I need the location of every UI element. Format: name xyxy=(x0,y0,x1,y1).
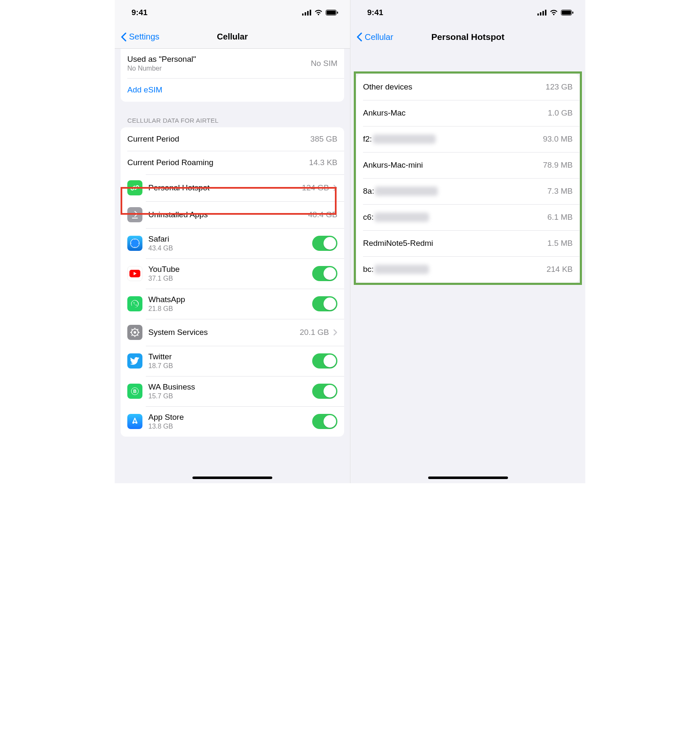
app-row-safari[interactable]: Safari43.4 GB xyxy=(121,228,344,258)
device-name: bc: xyxy=(363,265,547,274)
toggle-app-store[interactable] xyxy=(312,414,337,429)
toggle-wa-business[interactable] xyxy=(312,384,337,399)
device-usage: 214 KB xyxy=(547,265,573,274)
svg-rect-5 xyxy=(326,11,336,15)
sim-row[interactable]: Used as "Personal" No Number No SIM xyxy=(121,49,344,78)
app-row-wa-business[interactable]: B WA Business15.7 GB xyxy=(121,376,344,406)
phone-cellular-settings: 9:41 Settings Cellular xyxy=(115,0,350,483)
current-period-roaming-value: 14.3 KB xyxy=(309,158,337,167)
battery-icon xyxy=(561,10,574,16)
status-indicators xyxy=(302,10,338,16)
hotspot-device-row: f2:93.0 MB xyxy=(356,126,579,152)
svg-rect-28 xyxy=(542,11,544,16)
redacted-text xyxy=(374,265,429,274)
svg-point-7 xyxy=(131,187,134,190)
signal-icon xyxy=(302,10,311,16)
nav-header: Cellular Personal Hotspot xyxy=(350,25,585,49)
sim-number: No Number xyxy=(127,65,311,72)
svg-rect-1 xyxy=(305,12,306,16)
hotspot-device-row: bc:214 KB xyxy=(356,256,579,282)
app-usage: 37.1 GB xyxy=(148,275,312,282)
app-name: WhatsApp xyxy=(148,295,312,304)
personal-hotspot-label: Personal Hotspot xyxy=(148,183,210,192)
app-name: WA Business xyxy=(148,382,312,392)
device-usage: 1.0 GB xyxy=(548,108,573,118)
chevron-left-icon xyxy=(121,32,126,42)
app-row-youtube[interactable]: YouTube37.1 GB xyxy=(121,258,344,289)
status-bar: 9:41 xyxy=(350,0,585,25)
app-name: Twitter xyxy=(148,352,312,361)
device-name: Ankurs-Mac xyxy=(363,108,548,118)
uninstalled-apps-value: 48.4 GB xyxy=(308,210,337,219)
uninstalled-apps-label: Uninstalled Apps xyxy=(148,210,208,219)
app-store-icon xyxy=(127,414,142,429)
sim-group: Used as "Personal" No Number No SIM Add … xyxy=(121,49,344,102)
app-usage: 18.7 GB xyxy=(148,362,312,370)
svg-rect-0 xyxy=(302,13,304,16)
hotspot-device-row: 8a:7.3 MB xyxy=(356,178,579,204)
hotspot-device-group: Other devices123 GBAnkurs-Mac1.0 GBf2:93… xyxy=(356,74,579,282)
hotspot-icon xyxy=(127,180,142,195)
app-usage: 15.7 GB xyxy=(148,392,312,400)
current-period-row: Current Period 385 GB xyxy=(121,127,344,151)
section-header-cellular-data: CELLULAR DATA FOR AIRTEL xyxy=(121,117,344,124)
signal-icon xyxy=(537,10,547,16)
svg-rect-2 xyxy=(307,11,309,16)
device-name: RedmiNote5-Redmi xyxy=(363,239,547,248)
wa-business-icon: B xyxy=(127,384,142,399)
hotspot-device-row: RedmiNote5-Redmi1.5 MB xyxy=(356,230,579,256)
device-name: Ankurs-Mac-mini xyxy=(363,161,543,170)
cellular-data-group: Current Period 385 GB Current Period Roa… xyxy=(121,127,344,437)
add-esim-row[interactable]: Add eSIM xyxy=(121,78,344,102)
status-time: 9:41 xyxy=(132,8,147,17)
svg-rect-29 xyxy=(545,10,547,16)
app-usage: 43.4 GB xyxy=(148,245,312,252)
hotspot-device-row: Ankurs-Mac-mini78.9 MB xyxy=(356,152,579,178)
chevron-right-icon xyxy=(333,329,337,336)
home-indicator xyxy=(428,477,508,479)
gear-icon xyxy=(127,325,142,340)
current-period-label: Current Period xyxy=(127,134,179,144)
svg-point-8 xyxy=(136,186,139,188)
status-bar: 9:41 xyxy=(115,0,350,25)
wifi-icon xyxy=(314,10,323,16)
status-time: 9:41 xyxy=(367,8,383,17)
safari-icon xyxy=(127,236,142,251)
device-usage: 78.9 MB xyxy=(543,161,573,170)
personal-hotspot-row[interactable]: Personal Hotspot 124 GB xyxy=(121,174,344,201)
svg-point-14 xyxy=(134,331,136,334)
svg-point-10 xyxy=(131,239,139,247)
toggle-whatsapp[interactable] xyxy=(312,296,337,311)
svg-rect-27 xyxy=(540,12,542,16)
current-period-value: 385 GB xyxy=(311,134,337,144)
toggle-safari[interactable] xyxy=(312,236,337,251)
app-row-twitter[interactable]: Twitter18.7 GB xyxy=(121,346,344,376)
app-row-app-store[interactable]: App Store13.8 GB xyxy=(121,406,344,437)
personal-hotspot-value: 124 GB xyxy=(302,183,329,192)
back-label: Settings xyxy=(129,32,159,42)
redacted-text xyxy=(373,134,436,144)
device-usage: 1.5 MB xyxy=(547,239,573,248)
whatsapp-icon xyxy=(127,296,142,311)
back-button[interactable]: Settings xyxy=(115,32,159,42)
device-name: c6: xyxy=(363,213,547,222)
toggle-youtube[interactable] xyxy=(312,266,337,281)
home-indicator xyxy=(192,477,272,479)
system-services-row[interactable]: System Services 20.1 GB xyxy=(121,319,344,346)
device-usage: 6.1 MB xyxy=(547,213,573,222)
app-name: App Store xyxy=(148,413,312,422)
svg-line-19 xyxy=(132,329,133,330)
svg-rect-3 xyxy=(310,10,311,16)
app-usage: 21.8 GB xyxy=(148,305,312,313)
status-indicators xyxy=(537,10,574,16)
twitter-icon xyxy=(127,353,142,369)
chevron-left-icon xyxy=(356,32,362,42)
redacted-text xyxy=(374,213,429,222)
toggle-twitter[interactable] xyxy=(312,353,337,369)
app-row-whatsapp[interactable]: WhatsApp21.8 GB xyxy=(121,289,344,319)
back-label: Cellular xyxy=(365,32,393,42)
uninstalled-apps-row: Uninstalled Apps 48.4 GB xyxy=(121,201,344,228)
add-esim-label: Add eSIM xyxy=(127,85,337,95)
device-usage: 123 GB xyxy=(546,82,573,92)
back-button[interactable]: Cellular xyxy=(350,32,393,42)
